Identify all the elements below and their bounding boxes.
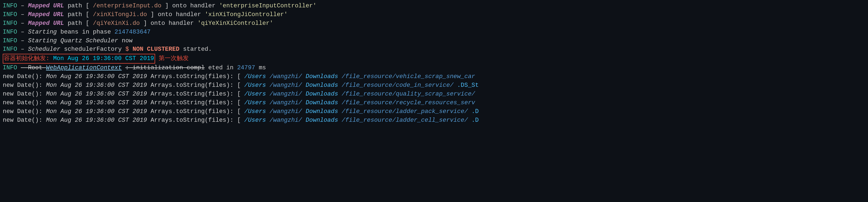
log-line-2: INFO – Mapped URL path [ /xinXiTongJi.do… — [3, 10, 865, 19]
log-line-13: new Date(): Mon Aug 26 19:36:00 CST 2019… — [3, 107, 865, 116]
log-line-10: new Date(): Mon Aug 26 19:36:00 CST 2019… — [3, 81, 865, 90]
info-label-1: INFO — [3, 2, 17, 9]
log-line-3: INFO – Mapped URL path [ /qiYeXinXi.do ]… — [3, 19, 865, 28]
log-line-11: new Date(): Mon Aug 26 19:36:00 CST 2019… — [3, 90, 865, 99]
log-line-7: 容器初始化触发: Mon Aug 26 19:36:00 CST 2019 第一… — [3, 54, 865, 64]
annotation-text: 第一次触发 — [159, 55, 189, 62]
log-line-6: INFO – Scheduler schedulerFactory $ NON … — [3, 45, 865, 54]
log-line-9: new Date(): Mon Aug 26 19:36:00 CST 2019… — [3, 72, 865, 81]
log-line-8: INFO – Root WebApplicationContext : init… — [3, 64, 865, 72]
trigger-highlight-box: 容器初始化触发: Mon Aug 26 19:36:00 CST 2019 — [3, 54, 155, 64]
log-line-1: INFO – Mapped URL path [ /enterpriseInpu… — [3, 2, 865, 10]
console-output: INFO – Mapped URL path [ /enterpriseInpu… — [0, 0, 868, 202]
log-line-14: new Date(): Mon Aug 26 19:36:00 CST 2019… — [3, 116, 865, 125]
log-line-4: INFO – Starting beans in phase 214748364… — [3, 28, 865, 37]
log-line-5: INFO – Starting Quartz Scheduler now — [3, 37, 865, 45]
log-line-12: new Date(): Mon Aug 26 19:36:00 CST 2019… — [3, 99, 865, 107]
